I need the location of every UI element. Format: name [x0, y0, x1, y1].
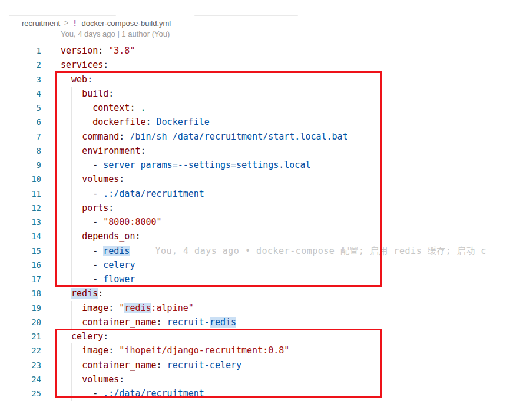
code-line[interactable]: 7 command: /bin/sh /data/recruitment/sta… [0, 130, 513, 144]
code-line[interactable]: 23 container_name: recruit-celery [0, 358, 513, 372]
line-number[interactable]: 22 [0, 343, 41, 358]
code-token: environment [82, 145, 140, 156]
indent-guide [61, 144, 61, 158]
code-line-content: - server_params=--settings=settings.loca… [61, 158, 513, 172]
code-line[interactable]: 9 - server_params=--settings=settings.lo… [0, 158, 513, 172]
line-number[interactable]: 21 [0, 329, 41, 343]
code-token: context [92, 102, 130, 113]
indent-guide [61, 386, 61, 401]
line-number[interactable]: 19 [0, 301, 41, 315]
code-token: .:/data/recruitment [103, 188, 204, 199]
code-token: : [108, 345, 119, 356]
code-token: redis [124, 303, 151, 313]
code-token [61, 288, 71, 299]
code-line[interactable]: 24 volumes: [0, 372, 513, 386]
line-number[interactable]: 17 [0, 272, 41, 286]
code-line[interactable]: 6 dockerfile: Dockerfile [0, 115, 513, 129]
code-line[interactable]: 22 image: "ihopeit/django-recruitment:0.… [0, 343, 513, 358]
code-token: volumes [82, 374, 119, 385]
code-line[interactable]: 1version: "3.8" [0, 44, 513, 58]
code-line[interactable]: 11 - .:/data/recruitment [0, 187, 513, 201]
line-number[interactable]: 3 [0, 72, 41, 87]
line-number[interactable]: 1 [0, 44, 41, 58]
line-number[interactable]: 14 [0, 229, 41, 243]
code-line-content: - redisYou, 4 days ago • docker-compose … [61, 244, 513, 258]
code-line[interactable]: 13 - "8000:8000" [0, 215, 513, 229]
breadcrumb-folder[interactable]: recruitment [22, 19, 60, 28]
indent-guide [61, 358, 61, 372]
code-token: depends_on [82, 231, 135, 242]
code-token [61, 102, 92, 113]
code-token: - [92, 388, 103, 399]
code-line-content: web: [61, 72, 513, 87]
code-line[interactable]: 3 web: [0, 72, 513, 87]
code-token [61, 246, 92, 256]
code-line[interactable]: 2services: [0, 58, 513, 72]
code-line[interactable]: 21 celery: [0, 329, 513, 343]
indent-guide [71, 87, 72, 101]
line-number[interactable]: 15 [0, 244, 41, 258]
line-number[interactable]: 23 [0, 358, 41, 372]
line-number[interactable]: 9 [0, 158, 41, 172]
code-line[interactable]: 25 - .:/data/recruitment [0, 386, 513, 401]
line-number[interactable]: 2 [0, 58, 41, 72]
code-line[interactable]: 17 - flower [0, 272, 513, 286]
breadcrumb-file[interactable]: docker-compose-build.yml [81, 19, 171, 28]
code-line[interactable]: 4 build: [0, 87, 513, 101]
gitlens-authors-lens[interactable]: You, 4 days ago | 1 author (You) [61, 29, 170, 38]
line-number[interactable]: 6 [0, 115, 41, 129]
line-number[interactable]: 24 [0, 372, 41, 386]
code-token: Dockerfile [157, 117, 210, 127]
indent-guide [82, 244, 82, 258]
code-token: image [82, 345, 108, 356]
code-line-content: environment: [61, 144, 513, 158]
code-token [61, 217, 92, 227]
code-token: container_name [82, 317, 156, 328]
code-line[interactable]: 5 context: . [0, 101, 513, 115]
line-number[interactable]: 10 [0, 172, 41, 186]
code-line[interactable]: 15 - redisYou, 4 days ago • docker-compo… [0, 244, 513, 258]
indent-guide [71, 144, 72, 158]
code-line[interactable]: 12 ports: [0, 201, 513, 215]
editor-tab-border-left [9, 15, 116, 16]
code-line[interactable]: 8 environment: [0, 144, 513, 158]
indent-guide [71, 244, 72, 258]
line-number[interactable]: 7 [0, 130, 41, 144]
code-line[interactable]: 18 redis: [0, 286, 513, 300]
indent-guide [71, 315, 72, 329]
line-number[interactable]: 16 [0, 258, 41, 272]
line-number[interactable]: 12 [0, 201, 41, 215]
code-line[interactable]: 14 depends_on: [0, 229, 513, 243]
line-number[interactable]: 18 [0, 286, 41, 300]
indent-guide [82, 187, 82, 201]
code-line[interactable]: 10 volumes: [0, 172, 513, 186]
code-token: : [119, 174, 124, 184]
indent-guide [61, 172, 61, 186]
code-token: /bin/sh /data/recruitment/start.local.ba… [130, 131, 347, 142]
indent-guide [71, 187, 72, 201]
code-token: container_name [82, 360, 156, 371]
line-number[interactable]: 20 [0, 315, 41, 329]
code-line-content: version: "3.8" [61, 44, 513, 58]
line-number[interactable]: 8 [0, 144, 41, 158]
indent-guide [71, 158, 72, 172]
line-number[interactable]: 5 [0, 101, 41, 115]
line-number[interactable]: 25 [0, 386, 41, 401]
chevron-right-icon: > [64, 19, 68, 27]
code-line[interactable]: 16 - celery [0, 258, 513, 272]
code-token: dockerfile [92, 117, 145, 127]
code-editor[interactable]: 1version: "3.8"2services:3 web:4 build:5… [0, 44, 513, 401]
code-line-content: - .:/data/recruitment [61, 386, 513, 401]
code-line-content: - .:/data/recruitment [61, 187, 513, 201]
line-number[interactable]: 4 [0, 87, 41, 101]
code-line[interactable]: 19 image: "redis:alpine" [0, 301, 513, 315]
code-line-content: celery: [61, 329, 513, 343]
line-number[interactable]: 11 [0, 187, 41, 201]
code-line-content: - flower [61, 272, 513, 286]
code-token: redis [210, 317, 236, 328]
code-line[interactable]: 20 container_name: recruit-redis [0, 315, 513, 329]
code-token: : [119, 131, 130, 142]
indent-guide [61, 343, 61, 358]
line-number[interactable]: 13 [0, 215, 41, 229]
indent-guide [61, 215, 61, 229]
